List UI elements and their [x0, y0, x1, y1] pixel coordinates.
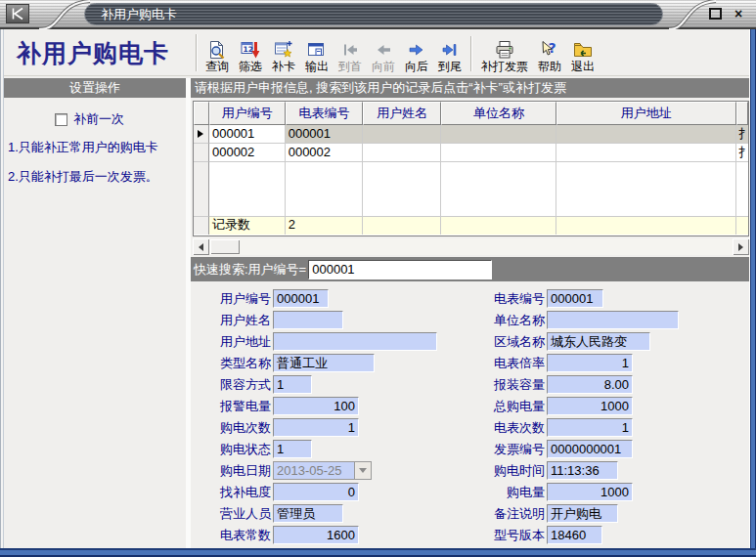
maximize-button[interactable] [707, 6, 723, 21]
query-button[interactable]: 查询 [201, 39, 233, 75]
user-name-field[interactable] [273, 311, 343, 329]
field-label: 用户编号 [208, 290, 271, 308]
field-label: 限容方式 [208, 376, 271, 394]
close-button[interactable]: × [731, 6, 746, 21]
cell-user-address[interactable] [556, 144, 736, 162]
cell-org-name[interactable] [441, 125, 556, 144]
filter-button[interactable]: 12 筛选 [235, 39, 266, 75]
model-version-field[interactable]: 18460 [547, 526, 602, 544]
toolbar: 补用户购电卡 查询 12 [4, 30, 749, 76]
user-table: 用户编号 电表编号 用户姓名 单位名称 用户地址 000001 000001 扌… [193, 101, 749, 236]
meter-ratio-field[interactable]: 1 [547, 354, 633, 372]
cell-meter-id[interactable]: 000001 [286, 125, 364, 144]
current-row-arrow-icon [198, 130, 203, 138]
meter-count-field[interactable]: 1 [547, 418, 633, 437]
cell-user-name[interactable] [363, 144, 441, 162]
table-row[interactable]: 000002 000002 扌 [194, 144, 748, 162]
adjustment-energy-field[interactable]: 0 [273, 483, 359, 501]
scroll-right-icon [738, 243, 747, 251]
toolbar-separator [470, 36, 472, 71]
field-label: 类型名称 [208, 355, 271, 372]
field-label: 备注说明 [482, 505, 545, 523]
nav-prev-icon [374, 40, 393, 60]
type-name-field[interactable]: 普通工业 [273, 354, 375, 372]
scrollbar-thumb[interactable] [210, 239, 240, 254]
nav-last-icon [440, 40, 460, 60]
cell-org-name[interactable] [441, 144, 556, 162]
reissue-previous-row: 补前一次 [55, 110, 124, 128]
org-name-field[interactable] [547, 311, 679, 329]
combobox-dropdown-button[interactable] [354, 461, 372, 480]
area-name-field[interactable]: 城东人民路变 [547, 332, 650, 351]
sidebar: 补前一次 1.只能补正常用户的购电卡 2.只能补打最后一次发票。 [4, 98, 186, 548]
field-label: 报装容量 [482, 376, 545, 394]
user-address-field[interactable] [273, 332, 437, 351]
svg-text:12: 12 [244, 45, 253, 54]
total-purchased-energy-field[interactable]: 1000 [547, 397, 633, 415]
maximize-icon [709, 8, 722, 20]
meter-id-field[interactable]: 000001 [547, 289, 603, 308]
record-count-label: 记录数 [209, 217, 286, 235]
purchase-time-field[interactable]: 11:13:36 [547, 461, 618, 480]
app-window: 补用户购电卡 × 补用户购电卡 [0, 0, 756, 557]
row-indicator-cell [194, 144, 209, 162]
column-header-org-name: 单位名称 [441, 102, 556, 125]
alarm-energy-field[interactable]: 100 [273, 397, 359, 415]
toolbar-buttons: 查询 12 筛选 [200, 32, 600, 75]
search-icon [207, 40, 227, 60]
field-label: 用户姓名 [208, 312, 271, 329]
field-label: 购电时间 [482, 462, 545, 480]
remark-field[interactable]: 开户购电 [547, 504, 618, 523]
output-button[interactable]: 输出 [301, 39, 333, 75]
cell-overflow: 扌 [736, 125, 748, 144]
capacity-limit-mode-field[interactable]: 1 [273, 375, 312, 394]
output-window-icon [307, 40, 327, 60]
user-id-field[interactable]: 000001 [273, 289, 329, 308]
scroll-left-icon [195, 243, 203, 251]
column-header-meter-id: 电表编号 [286, 102, 364, 125]
table-row[interactable]: 000001 000001 扌 [194, 125, 748, 144]
nav-prev-button[interactable]: 向前 [368, 39, 399, 75]
purchase-status-field[interactable]: 1 [273, 440, 312, 458]
cell-user-name[interactable] [363, 125, 441, 144]
field-label: 购电量 [482, 484, 545, 501]
horizontal-scrollbar[interactable] [193, 238, 749, 255]
query-label: 查询 [205, 60, 229, 73]
scroll-right-button[interactable] [733, 238, 749, 255]
meter-constant-field[interactable]: 1600 [273, 526, 359, 544]
printer-icon [495, 40, 514, 60]
nav-first-button[interactable]: 到首 [334, 39, 366, 75]
field-label: 用户地址 [208, 333, 271, 351]
cell-user-id[interactable]: 000001 [209, 125, 286, 144]
toolbar-separator [196, 34, 198, 71]
reissue-card-label: 补卡 [272, 60, 295, 73]
scroll-left-button[interactable] [193, 238, 209, 255]
purchase-energy-field[interactable]: 1000 [547, 483, 633, 501]
field-label: 营业人员 [208, 505, 271, 523]
invoice-number-field[interactable]: 0000000001 [547, 440, 633, 458]
field-label: 发票编号 [482, 441, 545, 458]
field-label: 型号版本 [482, 527, 545, 544]
installed-capacity-field[interactable]: 8.00 [547, 375, 633, 394]
reissue-previous-label: 补前一次 [73, 110, 124, 128]
cell-user-id[interactable]: 000002 [209, 144, 286, 162]
help-button[interactable]: ? 帮助 [534, 39, 565, 75]
quick-search-input[interactable] [308, 260, 492, 279]
operator-field[interactable]: 管理员 [273, 504, 343, 523]
column-header-user-id: 用户编号 [209, 102, 286, 125]
cell-user-address[interactable] [556, 125, 736, 144]
exit-button[interactable]: 退出 [567, 39, 599, 75]
field-label: 购电日期 [208, 462, 271, 480]
record-count-value: 2 [286, 217, 364, 235]
nav-next-button[interactable]: 向后 [401, 39, 432, 75]
nav-last-button[interactable]: 到尾 [434, 39, 466, 75]
chevron-down-icon [359, 468, 367, 477]
reissue-card-button[interactable]: 补卡 [268, 39, 299, 75]
cell-meter-id[interactable]: 000002 [286, 144, 364, 162]
field-label: 报警电量 [208, 398, 271, 415]
purchase-count-field[interactable]: 1 [273, 418, 359, 437]
detail-form: 用户编号000001 用户姓名 用户地址 类型名称普通工业 限容方式1 报警电量… [191, 283, 749, 548]
reissue-previous-checkbox[interactable] [55, 113, 67, 126]
reprint-invoice-button[interactable]: 补打发票 [477, 39, 532, 75]
purchase-date-combobox[interactable]: 2013-05-25 [273, 461, 372, 480]
